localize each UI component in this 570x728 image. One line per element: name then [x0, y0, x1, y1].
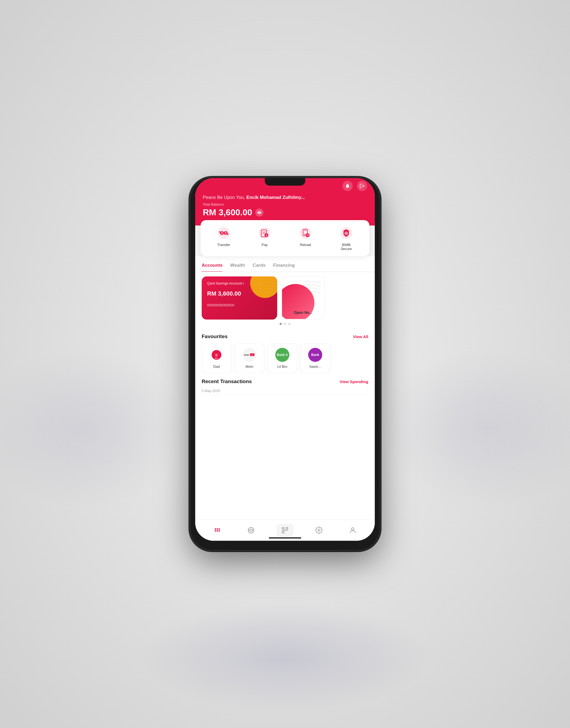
phone-notch: [265, 178, 305, 186]
fav-item-lil-bro[interactable]: Bank A Lil Bro: [267, 343, 297, 373]
transfer-icon: $ $: [216, 225, 231, 240]
tab-cards[interactable]: Cards: [253, 263, 266, 272]
tab-wealth[interactable]: Wealth: [230, 263, 245, 272]
nav-home[interactable]: [209, 525, 225, 536]
dot-1: [280, 323, 282, 325]
home-indicator: [269, 537, 301, 539]
svg-text:$: $: [221, 232, 223, 235]
fav-avatar-mom: BANK IS: [242, 348, 256, 362]
fav-name-mom: Mom: [246, 365, 253, 369]
fav-name-lil-bro: Lil Bro: [277, 365, 287, 369]
fav-item-mom[interactable]: BANK IS Mom: [235, 343, 264, 373]
svg-point-32: [318, 529, 320, 531]
pay-label: Pay: [262, 243, 267, 247]
bimb-secure-icon: [339, 225, 354, 240]
transfer-label: Transfer: [217, 243, 230, 247]
reload-button[interactable]: Reload: [296, 225, 315, 251]
svg-text:IS: IS: [252, 354, 253, 355]
svg-rect-28: [282, 527, 284, 529]
account-card-name: Qard Savings Account-i: [207, 281, 272, 285]
blob-bottom: [137, 604, 433, 712]
svg-point-5: [259, 227, 270, 239]
account-card-number: 00000000000000: [207, 303, 272, 307]
nav-settings[interactable]: [311, 525, 327, 536]
view-spending-button[interactable]: View Spending: [340, 380, 368, 384]
view-all-button[interactable]: View All: [353, 334, 368, 339]
open-new-card-button[interactable]: Open Ne...: [281, 276, 325, 319]
svg-rect-30: [282, 531, 284, 533]
notification-button[interactable]: [342, 181, 353, 191]
svg-point-14: [306, 233, 310, 237]
svg-text:$: $: [266, 234, 267, 237]
svg-point-25: [250, 529, 252, 531]
dot-3: [288, 323, 290, 325]
transactions-section: Recent Transactions View Spending 5 May …: [195, 378, 375, 399]
favourites-section: Favourites View All D Now: [195, 329, 375, 378]
transactions-title: Recent Transactions: [202, 379, 252, 385]
balance-amount: RM 3,600.00: [203, 207, 367, 217]
cards-scroll: Qard Savings Account-i RM 3,600.00 00000…: [195, 276, 375, 319]
tab-financing[interactable]: Financing: [273, 263, 295, 272]
greeting-prefix: Peace Be Upon You,: [203, 195, 246, 200]
transactions-header: Recent Transactions View Spending: [202, 379, 368, 385]
fav-name-savings: Savin...: [309, 365, 321, 369]
favourites-grid: D Now Dad BANK: [202, 343, 368, 373]
svg-point-33: [351, 528, 354, 530]
svg-text:$: $: [225, 232, 227, 235]
balance-value: RM 3,600.00: [203, 207, 252, 217]
tabs-container: Accounts Wealth Cards Financing: [195, 259, 375, 272]
dot-2: [284, 323, 286, 325]
fav-avatar-dad: D Now: [210, 348, 224, 362]
svg-point-11: [300, 227, 311, 239]
blob-left: [0, 348, 189, 510]
greeting-name: Encik Mohamad Zulhilmy...: [246, 195, 305, 200]
pay-button[interactable]: $ Pay: [255, 225, 274, 251]
page-wrapper: Peace Be Upon You, Encik Mohamad Zulhilm…: [0, 0, 570, 728]
fav-item-savings[interactable]: Bank Savin...: [300, 343, 330, 373]
toggle-balance-button[interactable]: [255, 208, 263, 217]
phone-screen: Peace Be Upon You, Encik Mohamad Zulhilm…: [195, 178, 375, 541]
reload-label: Reload: [300, 243, 311, 247]
tab-accounts[interactable]: Accounts: [202, 263, 223, 272]
pay-icon: $: [257, 225, 272, 240]
greeting: Peace Be Upon You, Encik Mohamad Zulhilm…: [203, 195, 367, 200]
transaction-date: 5 May 2025: [202, 387, 368, 395]
nav-profile[interactable]: [345, 525, 361, 536]
svg-text:Now: Now: [215, 357, 218, 359]
phone-shell: Peace Be Upon You, Encik Mohamad Zulhilm…: [191, 178, 379, 550]
fav-avatar-savings: Bank: [308, 348, 322, 362]
main-content: Accounts Wealth Cards Financing: [195, 256, 375, 519]
svg-point-17: [346, 233, 347, 234]
svg-text:D: D: [216, 353, 218, 357]
account-card-balance: RM 3,600.00: [207, 290, 272, 297]
favourites-header: Favourites View All: [202, 333, 368, 339]
reload-icon: [298, 225, 313, 240]
quick-actions-card: $ $ Transfer: [201, 220, 369, 256]
account-card-main[interactable]: Qard Savings Account-i RM 3,600.00 00000…: [202, 276, 277, 319]
dots-indicator: [195, 323, 375, 325]
logout-button[interactable]: [357, 181, 367, 191]
transfer-button[interactable]: $ $ Transfer: [214, 225, 233, 251]
bimb-secure-label: BIMBSecure: [341, 243, 352, 251]
bottom-spacing: [195, 399, 375, 405]
account-cards-section: Qard Savings Account-i RM 3,600.00 00000…: [195, 272, 375, 329]
blob-right: [381, 348, 570, 510]
bimb-secure-button[interactable]: BIMBSecure: [337, 225, 356, 251]
fav-item-dad[interactable]: D Now Dad: [202, 343, 231, 373]
balance-label: Total Balance: [203, 202, 367, 206]
fav-avatar-lil-bro: Bank A: [275, 348, 289, 362]
fav-name-dad: Dad: [213, 365, 220, 369]
favourites-title: Favourites: [202, 333, 228, 339]
svg-rect-29: [286, 527, 288, 529]
open-new-label: Open Ne...: [294, 310, 312, 315]
nav-scan[interactable]: [276, 524, 294, 537]
svg-text:BANK: BANK: [244, 354, 249, 356]
nav-support[interactable]: [243, 525, 259, 536]
